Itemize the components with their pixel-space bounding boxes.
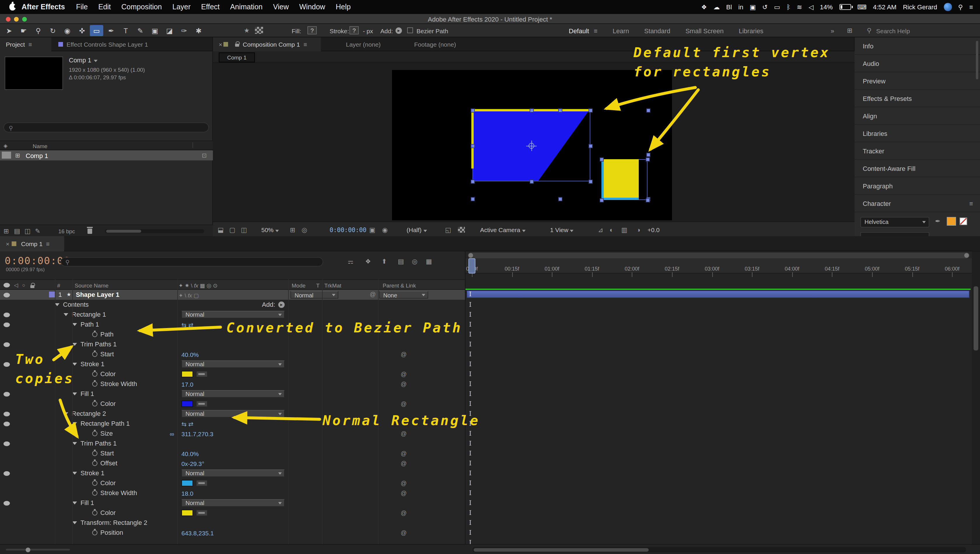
menu-animation[interactable]: Animation [225,3,268,11]
tab-layer[interactable]: Layer (none) [346,41,381,48]
path-direction-icons[interactable]: ⇆ ⇄ [182,421,193,427]
constrain-proportions-icon[interactable]: ∞ [170,431,174,437]
time-navigator-bar[interactable] [468,253,969,258]
selection-handle[interactable] [599,157,604,161]
timeline-row-trim-paths-1[interactable]: Trim Paths 1 [0,339,465,349]
twirl-down-icon[interactable] [64,313,68,316]
stopwatch-icon[interactable] [92,460,97,466]
eye-icon[interactable] [3,441,10,446]
selection-handle[interactable] [646,153,650,157]
sidebar-item-audio[interactable]: Audio [854,55,980,72]
zoom-dropdown[interactable]: 50% [261,226,279,233]
sidebar-item-paragraph[interactable]: Paragraph [854,177,980,195]
draft-3d-icon[interactable]: ❖ [365,258,371,265]
keyboard-icon[interactable]: ⌨ [857,4,867,10]
twirl-down-icon[interactable] [72,392,77,395]
anchor-point-icon[interactable] [527,141,536,150]
layer-color-chip[interactable] [49,291,55,298]
label-column-icon[interactable]: ◈ [3,143,8,149]
sidebar-item-content-aware-fill[interactable]: Content-Aware Fill [854,160,980,177]
color-picker-icon[interactable] [196,401,208,407]
selection-handle[interactable] [558,108,562,112]
comp-current-time[interactable]: 0:00:00:00 [330,226,367,233]
project-proxy-icon[interactable]: ◫ [24,228,30,234]
type-tool[interactable]: T [119,25,132,36]
add-property-icon[interactable]: ▸ [278,301,285,308]
timeline-row-fill-1[interactable]: Fill 1Normal [0,498,465,508]
property-value[interactable]: 311.7,270.3 [182,431,213,437]
menu-edit[interactable]: Edit [93,3,116,11]
fill-swatch[interactable]: ? [308,26,317,34]
parent-dropdown[interactable]: None [379,291,428,299]
property-value[interactable]: 40.0% [182,351,199,358]
timeline-hscrollbar[interactable] [473,547,966,552]
creative-cloud-icon[interactable]: ☁ [714,4,720,10]
stopwatch-icon[interactable] [92,451,97,456]
stopwatch-icon[interactable] [92,371,97,376]
motion-blur-icon[interactable]: ◎ [412,258,417,265]
sidebar-item-character[interactable]: Character≡ [854,195,980,212]
time-ruler[interactable]: 0:00f00:15f01:00f01:15f02:00f02:15f03:00… [465,258,972,274]
stroke-swatch[interactable]: ? [349,26,359,34]
viewer-subtab[interactable]: Comp 1 [219,53,255,62]
project-search-icon[interactable]: ✎ [35,228,40,234]
twirl-down-icon[interactable] [55,303,59,306]
eye-icon[interactable] [3,422,10,426]
apple-menu-icon[interactable] [10,3,16,11]
color-depth-button[interactable]: 16 bpc [58,228,75,234]
twirl-down-icon[interactable] [72,521,77,524]
roto-brush-tool[interactable]: ✑ [177,25,191,36]
blend-mode-dropdown[interactable]: Normal [182,360,285,368]
pickwhip-icon[interactable]: @ [401,480,406,486]
tab-footage[interactable]: Footage (none) [414,41,456,48]
label-color-chip[interactable] [2,151,11,159]
property-value[interactable]: 0x-29.3° [182,460,204,467]
twirl-down-icon[interactable] [64,412,68,415]
composition-mini-flowchart-icon[interactable]: ⚎ [348,258,354,265]
number-column-header[interactable]: # [57,282,61,289]
menu-layer[interactable]: Layer [167,3,196,11]
timeline-vscrollbar[interactable] [972,252,980,554]
menu-composition[interactable]: Composition [116,3,167,11]
eyedropper-icon[interactable]: ✒ [935,218,940,224]
selection-handle[interactable] [470,179,475,183]
project-search-input[interactable]: ⚲ [3,123,209,132]
pickwhip-icon[interactable]: @ [401,351,406,357]
monitor-icon[interactable]: ▣ [750,4,756,10]
pickwhip-icon[interactable]: @ [401,431,406,436]
blend-mode-dropdown[interactable]: Normal [182,410,285,417]
linkedin-icon[interactable]: in [738,4,743,10]
comp-thumbnail[interactable] [5,57,63,90]
property-value[interactable]: 18.0 [182,490,193,497]
panel-menu-icon[interactable]: ≡ [46,240,49,247]
color-swatch[interactable] [182,480,193,486]
project-folder-icon[interactable]: ▤ [14,228,20,234]
timeline-button-icon[interactable]: ▥ [621,227,627,233]
property-value[interactable]: 643.8,235.1 [182,530,214,536]
selection-handle[interactable] [529,108,534,112]
timeline-row-rectangle-1[interactable]: Rectangle 1Normal [0,310,465,320]
timeline-row-position[interactable]: Position643.8,235.1@ [0,528,465,538]
timeline-row-offset[interactable]: Offset0x-29.3°@ [0,458,465,468]
project-item-row[interactable]: ⊞ Comp 1 ⊡ [0,150,213,160]
solo-column-icon[interactable]: ○ [22,282,25,289]
no-color-swatch[interactable] [959,218,967,225]
timeline-row-fill-1[interactable]: Fill 1Normal [0,389,465,399]
menu-effect[interactable]: Effect [196,3,225,11]
eye-icon[interactable] [3,362,10,367]
hide-shy-icon[interactable]: ⬆ [381,258,387,265]
workspace-default[interactable]: Default [569,27,589,34]
blend-mode-dropdown[interactable]: Normal [182,499,285,506]
stopwatch-icon[interactable] [92,331,97,337]
pickwhip-icon[interactable]: @ [401,451,406,456]
twirl-down-icon[interactable] [72,472,77,475]
color-swatch[interactable] [182,401,193,407]
twirl-down-icon[interactable] [72,501,77,505]
layer-switches[interactable]: ✦ \ fx ▢ [178,292,199,299]
timeline-row-contents[interactable]: ContentsAdd:▸ [0,300,465,310]
workspace-grid-icon[interactable]: ⊞ [847,27,852,34]
exposure-value[interactable]: +0.0 [647,226,660,233]
tab-composition[interactable]: × Composition Comp 1 ≡ [213,37,321,51]
sidebar-item-preview[interactable]: Preview [854,72,980,90]
timeline-search-input[interactable]: ⚲ [61,257,323,266]
